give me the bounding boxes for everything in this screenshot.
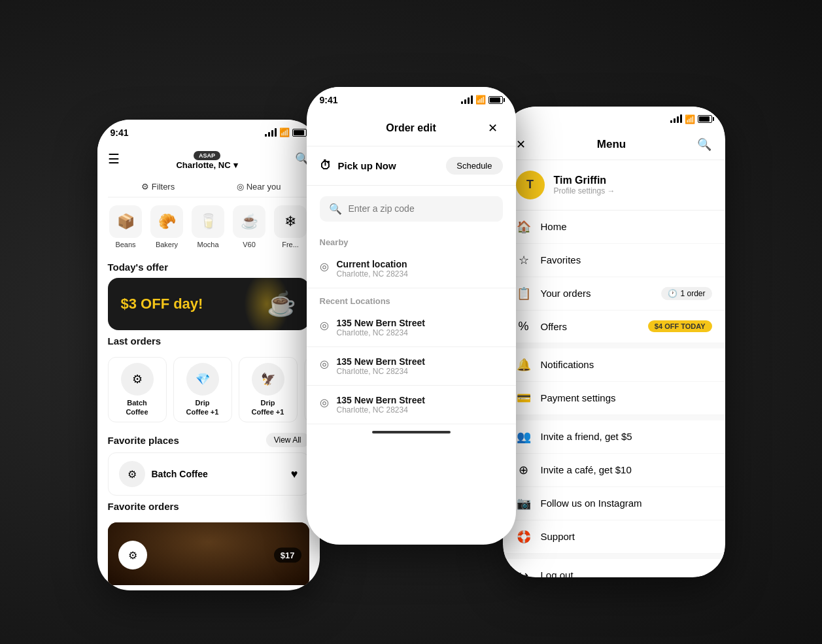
- menu-item-payment[interactable]: 💳 Payment settings: [503, 382, 725, 415]
- invite-friend-label: Invite a friend, get $5: [541, 431, 632, 442]
- order-logo-1: ⚙: [121, 363, 154, 396]
- order-card-3[interactable]: 🦅 DripCoffee +1: [239, 357, 298, 423]
- hamburger-menu[interactable]: ☰: [108, 151, 120, 167]
- menu-item-home[interactable]: 🏠 Home: [503, 211, 725, 244]
- category-v60[interactable]: ☕ V60: [231, 205, 267, 248]
- logout-label: Log out: [541, 569, 574, 577]
- left-header: ☰ ASAP Charlotte, NC ▾ 🔍: [97, 143, 320, 177]
- recent-location-1[interactable]: ◎ 135 New Bern Street Charlotte, NC 2823…: [307, 309, 516, 347]
- right-content: 📶 ✕ Menu 🔍 T Tim Griffin Profile set: [503, 107, 725, 577]
- menu-item-orders[interactable]: 📋 Your orders 🕐 1 order: [503, 277, 725, 311]
- user-avatar: T: [516, 171, 545, 199]
- nearby-label: Nearby: [307, 232, 516, 250]
- filter-icon: ⚙: [141, 182, 149, 192]
- menu-item-invite-friend[interactable]: 👥 Invite a friend, get $5: [503, 420, 725, 454]
- logout-icon: ↪: [516, 568, 532, 577]
- orders-scroll: ⚙ BatchCoffee 💎 DripCoffee +1 🦅 DripCoff…: [97, 352, 320, 428]
- zip-search[interactable]: 🔍: [320, 196, 503, 222]
- phone-left: 9:41 📶 ☰ A: [97, 120, 320, 590]
- recent-location-2[interactable]: ◎ 135 New Bern Street Charlotte, NC 2823…: [307, 347, 516, 386]
- offers-icon: %: [516, 320, 532, 333]
- loc-addr-1: Charlotte, NC 28234: [337, 328, 425, 337]
- loc-icon-3: ◎: [320, 396, 329, 409]
- time-left: 9:41: [111, 127, 129, 138]
- order-card-2[interactable]: 💎 DripCoffee +1: [173, 357, 232, 423]
- beans-icon: 📦: [109, 205, 142, 238]
- bakery-icon: 🥐: [150, 205, 183, 238]
- current-location-info: Current location Charlotte, NC 28234: [337, 259, 408, 279]
- order-card-1[interactable]: ⚙ BatchCoffee: [108, 357, 167, 423]
- menu-item-notifications[interactable]: 🔔 Notifications: [503, 348, 725, 382]
- menu-item-favorites[interactable]: ☆ Favorites: [503, 244, 725, 277]
- loc-addr-2: Charlotte, NC 28234: [337, 367, 425, 376]
- time-middle: 9:41: [320, 95, 338, 105]
- menu-item-offers[interactable]: % Offers $4 OFF TODAY: [503, 311, 725, 343]
- divider-3: [503, 554, 725, 559]
- filters-tab[interactable]: ⚙ Filters: [108, 177, 209, 197]
- status-bar-right: 📶: [503, 107, 725, 129]
- status-icons-middle: 📶: [461, 95, 503, 105]
- current-location-item[interactable]: ◎ Current location Charlotte, NC 28234: [307, 250, 516, 288]
- header-center: ASAP Charlotte, NC ▾: [176, 148, 237, 170]
- order-edit-title: Order edit: [386, 122, 436, 134]
- divider-2: [503, 415, 725, 420]
- category-mocha[interactable]: 🥛 Mocha: [190, 205, 226, 248]
- loc-icon-2: ◎: [320, 358, 329, 370]
- favorites-label: Favorites: [541, 254, 581, 265]
- loc-info-1: 135 New Bern Street Charlotte, NC 28234: [337, 318, 425, 337]
- profile-settings-link[interactable]: Profile settings →: [554, 186, 615, 195]
- fav-left: ⚙ Batch Coffee: [119, 461, 208, 487]
- user-section[interactable]: T Tim Griffin Profile settings →: [503, 160, 725, 211]
- schedule-button[interactable]: Schedule: [446, 157, 502, 175]
- near-you-tab[interactable]: ◎ Near you: [209, 177, 309, 197]
- timer-icon: ⏱: [320, 159, 332, 173]
- view-all-button[interactable]: View All: [266, 433, 309, 447]
- current-location-name: Current location: [337, 259, 408, 269]
- close-button[interactable]: ✕: [483, 118, 503, 138]
- recent-location-3[interactable]: ◎ 135 New Bern Street Charlotte, NC 2823…: [307, 386, 516, 424]
- category-bakery[interactable]: 🥐 Bakery: [149, 205, 185, 248]
- loc-name-3: 135 New Bern Street: [337, 395, 425, 405]
- today-offer-title: Today's offer: [97, 256, 320, 278]
- order-name-3: DripCoffee +1: [252, 398, 284, 417]
- category-beans[interactable]: 📦 Beans: [108, 205, 144, 248]
- instagram-icon: 📷: [516, 496, 532, 511]
- notifications-label: Notifications: [541, 359, 594, 370]
- menu-close-button[interactable]: ✕: [516, 137, 526, 152]
- payment-icon: 💳: [516, 391, 532, 405]
- menu-item-invite-cafe[interactable]: ⊕ Invite a café, get $10: [503, 454, 725, 487]
- zip-input[interactable]: [349, 203, 494, 214]
- left-phone-content: ☰ ASAP Charlotte, NC ▾ 🔍 ⚙ Filters: [97, 143, 320, 585]
- signal-icon-mid: [461, 96, 473, 104]
- location-row[interactable]: Charlotte, NC ▾: [176, 160, 237, 170]
- offer-text: $3 OFF day!: [121, 296, 203, 313]
- menu-item-instagram[interactable]: 📷 Follow us on Instagram: [503, 487, 725, 520]
- wifi-icon: 📶: [279, 127, 290, 137]
- fav-order-card[interactable]: ⚙ $17: [108, 522, 309, 585]
- phone-right: 📶 ✕ Menu 🔍 T Tim Griffin Profile set: [503, 107, 725, 577]
- fav-card-1[interactable]: ⚙ Batch Coffee ♥: [108, 452, 309, 496]
- menu-item-support[interactable]: 🛟 Support: [503, 520, 725, 554]
- home-icon: 🏠: [516, 220, 532, 234]
- menu-item-logout[interactable]: ↪ Log out: [503, 559, 725, 577]
- loc-name-2: 135 New Bern Street: [337, 356, 425, 367]
- favorite-places-header: Favorite places View All: [97, 428, 320, 452]
- battery-icon-mid: [488, 96, 503, 104]
- category-french[interactable]: ❄ Fre...: [273, 205, 309, 248]
- pickup-label: Pick up Now: [338, 160, 396, 171]
- order-logo-3: 🦅: [252, 363, 284, 396]
- signal-icon: [265, 129, 277, 137]
- offer-banner[interactable]: $3 OFF day! ☕: [108, 278, 309, 330]
- fav-order-logo: ⚙: [118, 541, 147, 569]
- menu-search-button[interactable]: 🔍: [697, 137, 711, 152]
- support-label: Support: [541, 531, 575, 542]
- mocha-icon: 🥛: [192, 205, 224, 238]
- wifi-icon-mid: 📶: [475, 95, 486, 105]
- loc-info-2: 135 New Bern Street Charlotte, NC 28234: [337, 356, 425, 376]
- order-name-1: BatchCoffee: [126, 398, 148, 417]
- heart-icon[interactable]: ♥: [291, 467, 298, 481]
- loc-addr-3: Charlotte, NC 28234: [337, 405, 425, 415]
- signal-icon-right: [670, 115, 682, 123]
- loc-name-1: 135 New Bern Street: [337, 318, 425, 328]
- user-info: Tim Griffin Profile settings →: [554, 175, 615, 195]
